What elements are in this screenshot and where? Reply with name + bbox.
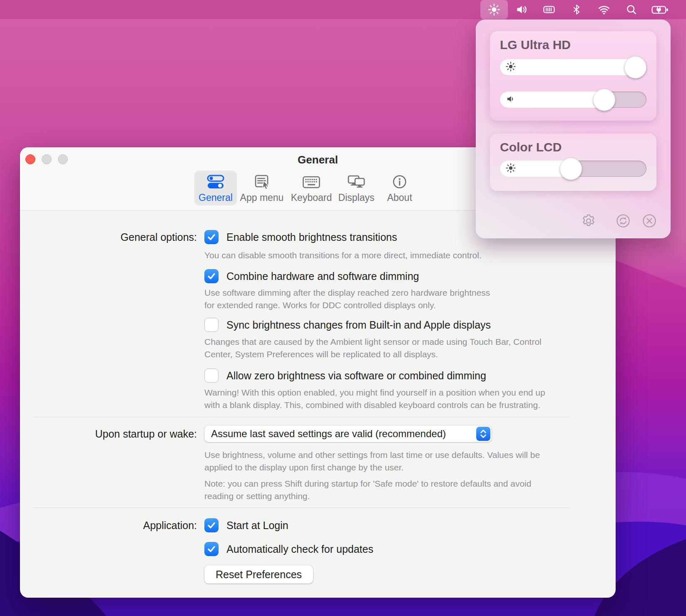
slider-knob[interactable] [560, 158, 582, 180]
checkbox-row-start-at-login[interactable]: Start at Login [204, 518, 288, 532]
app-menu-icon [252, 172, 271, 192]
volume-icon [515, 3, 528, 16]
checkbox-label: Enable smooth brightness transitions [226, 231, 397, 243]
checkbox[interactable] [204, 318, 219, 332]
note-text: Note: you can press Shift during startup… [204, 477, 531, 502]
volume-speaker-icon [505, 94, 516, 106]
menu-bar-volume-item[interactable] [508, 0, 535, 19]
tab-about[interactable]: About [384, 171, 415, 205]
display-card-color-lcd: Color LCD [490, 134, 656, 191]
settings-gear-button[interactable] [580, 213, 597, 229]
checkbox-row-zero-brightness[interactable]: Allow zero brightness via software or co… [204, 369, 486, 383]
tab-displays[interactable]: Displays [336, 171, 376, 205]
display-name: Color LCD [500, 140, 562, 154]
checkbox-label: Combine hardware and software dimming [226, 270, 419, 282]
tab-label: General [199, 192, 233, 203]
brightness-slider[interactable] [500, 59, 646, 75]
menu-bar-bluetooth-item[interactable] [563, 0, 590, 19]
menu-bar-brightness-item[interactable] [480, 0, 508, 19]
general-pane: General options: Enable smooth brightnes… [20, 210, 616, 598]
brightness-sun-icon [488, 3, 500, 16]
check-icon [206, 271, 216, 281]
checkbox-label: Sync brightness changes from Built-in an… [226, 319, 491, 331]
menu-bar-status-icons [480, 0, 675, 19]
tab-label: Keyboard [291, 192, 332, 203]
display-control-popover: LG Ultra HD [476, 20, 671, 238]
checkbox-label: Allow zero brightness via software or co… [226, 370, 486, 382]
tab-app-menu[interactable]: App menu [239, 171, 285, 205]
menu-bar-search-item[interactable] [618, 0, 645, 19]
checkbox-label: Start at Login [226, 520, 288, 532]
wifi-icon [597, 3, 611, 16]
tab-label: App menu [240, 192, 284, 203]
description-text: Changes that are caused by the Ambient l… [204, 336, 542, 361]
checkbox[interactable] [204, 269, 219, 283]
brightness-sun-icon [505, 61, 516, 74]
keyboard-icon [302, 172, 321, 192]
general-switches-icon [206, 172, 225, 192]
brightness-slider[interactable] [500, 161, 646, 177]
checkbox[interactable] [204, 369, 219, 383]
startup-dropdown[interactable]: Assume last saved settings are valid (re… [204, 426, 492, 442]
bluetooth-icon [571, 4, 582, 15]
displays-icon [347, 172, 366, 192]
battery-charging-icon [651, 3, 670, 16]
check-icon [206, 232, 216, 242]
application-label: Application: [20, 518, 197, 532]
slider-knob[interactable] [624, 56, 646, 78]
checkbox-row-combine-dimming[interactable]: Combine hardware and software dimming [204, 269, 419, 283]
info-icon [390, 172, 409, 192]
popover-footer [476, 213, 671, 229]
menu-bar-battery-item[interactable] [645, 0, 675, 19]
section-divider [33, 417, 569, 417]
general-options-label: General options: [20, 230, 197, 244]
menu-bar-keyboard-brightness-item[interactable] [535, 0, 563, 19]
volume-slider[interactable] [500, 92, 646, 108]
description-text: Use software dimming after the display r… [204, 287, 490, 312]
search-icon [626, 4, 637, 15]
checkbox-label: Automatically check for updates [226, 543, 373, 555]
menu-bar [0, 0, 686, 19]
display-card-lg-ultra-hd: LG Ultra HD [490, 31, 656, 121]
check-icon [206, 520, 216, 530]
refresh-icon [615, 213, 631, 229]
tab-keyboard[interactable]: Keyboard [289, 171, 334, 205]
checkbox-row-sync-brightness[interactable]: Sync brightness changes from Built-in an… [204, 318, 491, 332]
checkbox[interactable] [204, 230, 219, 244]
menu-bar-wifi-item[interactable] [590, 0, 618, 19]
brightness-sun-icon [505, 163, 516, 175]
dropdown-value: Assume last saved settings are valid (re… [211, 428, 476, 440]
display-name: LG Ultra HD [500, 38, 571, 52]
checkbox-row-smooth-transitions[interactable]: Enable smooth brightness transitions [204, 230, 397, 244]
tab-label: Displays [338, 192, 375, 203]
description-text: You can disable smooth transitions for a… [204, 249, 482, 262]
slider-fill [500, 59, 641, 75]
gear-icon [581, 213, 597, 229]
slider-knob[interactable] [593, 89, 615, 111]
dropdown-stepper-icon [476, 427, 490, 441]
tab-label: About [387, 192, 412, 203]
checkbox[interactable] [204, 542, 219, 556]
keyboard-brightness-icon [542, 3, 556, 16]
description-text: Use brightness, volume and other setting… [204, 449, 540, 474]
reset-preferences-button[interactable]: Reset Preferences [204, 565, 313, 584]
description-text: Warning! With this option enabled, you m… [204, 386, 545, 411]
checkbox[interactable] [204, 518, 219, 532]
check-icon [206, 544, 216, 554]
tab-general[interactable]: General [194, 171, 237, 205]
refresh-button[interactable] [615, 213, 631, 229]
startup-label: Upon startup or wake: [20, 426, 197, 442]
close-popover-button[interactable] [641, 213, 658, 229]
close-icon [641, 213, 657, 229]
section-divider [33, 507, 569, 508]
checkbox-row-auto-updates[interactable]: Automatically check for updates [204, 542, 373, 556]
